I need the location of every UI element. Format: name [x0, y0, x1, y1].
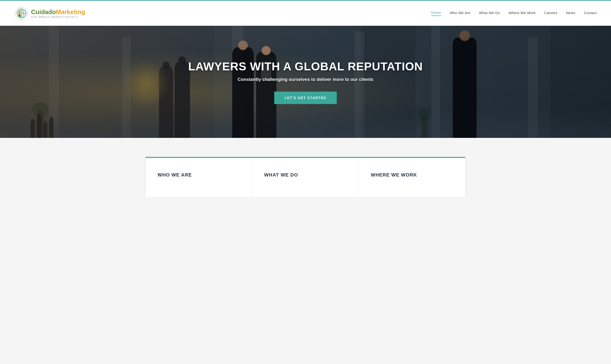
nav-where-we-work[interactable]: Where We Work — [509, 11, 536, 16]
card-what-we-do: WHAT WE DO — [252, 158, 359, 197]
nav-careers[interactable]: Careers — [544, 11, 557, 16]
card-title-what-we-do: WHAT WE DO — [264, 172, 347, 178]
nav-contact[interactable]: Contact — [584, 11, 597, 16]
logo-text: CuidadoMarketing You Mobile MarketingYet… — [31, 8, 85, 18]
main-nav: Home Who We Are What We Do Where We Work… — [431, 11, 597, 16]
hero-section: LAWYERS WITH A GLOBAL REPUTATION Constan… — [0, 26, 611, 138]
nav-what-we-do[interactable]: What We Do — [479, 11, 500, 16]
card-title-who-we-are: WHO WE ARE — [158, 172, 240, 178]
logo[interactable]: CuidadoMarketing You Mobile MarketingYet… — [14, 6, 85, 21]
hero-cta-button[interactable]: LET'S GET STARTED — [274, 91, 337, 104]
logo-brand: CuidadoMarketing — [31, 8, 85, 16]
nav-news[interactable]: News — [566, 11, 575, 16]
card-where-we-work: WHERE WE WORK — [359, 158, 465, 197]
site-header: CuidadoMarketing You Mobile MarketingYet… — [0, 0, 611, 26]
hero-title: LAWYERS WITH A GLOBAL REPUTATION — [188, 60, 423, 73]
cards-grid: WHO WE ARE WHAT WE DO WHERE WE WORK — [146, 157, 465, 197]
hero-subtitle: Constantly challenging ourselves to deli… — [238, 77, 373, 82]
card-title-where-we-work: WHERE WE WORK — [371, 172, 453, 178]
hero-content: LAWYERS WITH A GLOBAL REPUTATION Constan… — [0, 26, 611, 138]
logo-icon — [14, 6, 29, 21]
svg-point-5 — [18, 11, 21, 13]
logo-tagline: You Mobile MarketingYet? — [31, 16, 85, 18]
nav-who-we-are[interactable]: Who We Are — [450, 11, 470, 16]
cards-section: WHO WE ARE WHAT WE DO WHERE WE WORK — [0, 138, 611, 197]
nav-home[interactable]: Home — [431, 11, 441, 16]
card-who-we-are: WHO WE ARE — [146, 158, 252, 197]
